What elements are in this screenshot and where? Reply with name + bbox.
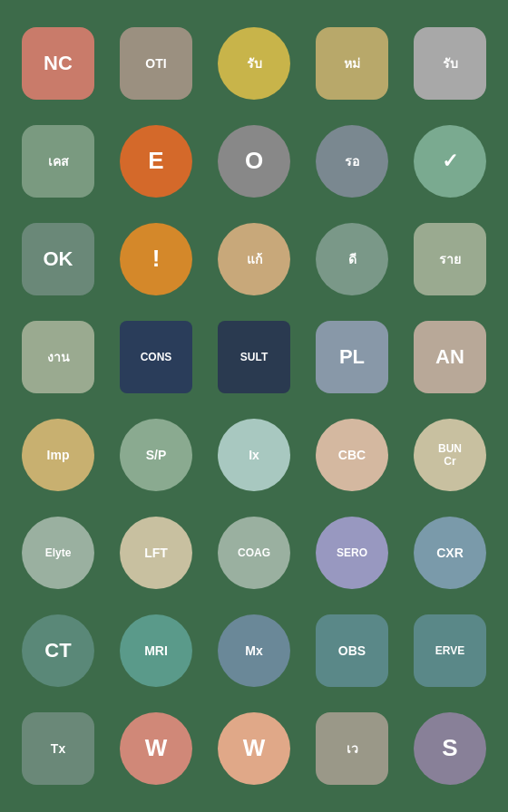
- badge-r7-c3[interactable]: เว: [316, 712, 388, 785]
- badge-r0-c0[interactable]: NC: [22, 27, 94, 100]
- badge-r2-c1[interactable]: !: [120, 223, 192, 295]
- badge-r2-c4[interactable]: ราย: [414, 223, 486, 295]
- badge-r5-c3[interactable]: SERO: [316, 517, 388, 589]
- badge-r7-c2[interactable]: W: [218, 712, 290, 785]
- badge-r1-c1[interactable]: E: [120, 125, 192, 198]
- badge-r6-c0[interactable]: CT: [22, 614, 94, 687]
- badge-r1-c3[interactable]: รอ: [316, 125, 388, 198]
- badge-r7-c0[interactable]: Tx: [22, 712, 94, 785]
- badge-r3-c2[interactable]: SULT: [218, 321, 290, 393]
- badge-r0-c3[interactable]: หม่: [316, 27, 388, 100]
- badge-r4-c2[interactable]: Ix: [218, 419, 290, 491]
- badge-r4-c1[interactable]: S/P: [120, 419, 192, 491]
- badge-r0-c4[interactable]: รับ: [414, 27, 486, 100]
- badge-r1-c0[interactable]: เคส: [22, 125, 94, 198]
- badge-r7-c1[interactable]: W: [120, 712, 192, 785]
- badge-r5-c2[interactable]: COAG: [218, 517, 290, 589]
- badge-r4-c0[interactable]: Imp: [22, 419, 94, 491]
- badge-r6-c1[interactable]: MRI: [120, 614, 192, 687]
- emoji-grid: NCOTIรับหม่รับเคสEOรอ✓OK!แก้ดีรายงานCONS…: [0, 4, 508, 808]
- badge-r1-c4[interactable]: ✓: [414, 125, 486, 198]
- badge-r0-c2[interactable]: รับ: [218, 27, 290, 100]
- badge-r0-c1[interactable]: OTI: [120, 27, 192, 100]
- badge-r2-c2[interactable]: แก้: [218, 223, 290, 295]
- badge-r6-c2[interactable]: Mx: [218, 614, 290, 687]
- badge-r4-c4[interactable]: BUN Cr: [414, 419, 486, 491]
- badge-r2-c3[interactable]: ดี: [316, 223, 388, 295]
- badge-r3-c3[interactable]: PL: [316, 321, 388, 393]
- badge-r5-c0[interactable]: Elyte: [22, 517, 94, 589]
- badge-r3-c4[interactable]: AN: [414, 321, 486, 393]
- badge-r7-c4[interactable]: S: [414, 712, 486, 785]
- badge-r5-c4[interactable]: CXR: [414, 517, 486, 589]
- badge-r3-c0[interactable]: งาน: [22, 321, 94, 393]
- badge-r1-c2[interactable]: O: [218, 125, 290, 198]
- badge-r6-c3[interactable]: OBS: [316, 614, 388, 687]
- badge-r2-c0[interactable]: OK: [22, 223, 94, 295]
- badge-r3-c1[interactable]: CONS: [120, 321, 192, 393]
- badge-r6-c4[interactable]: ERVE: [414, 614, 486, 687]
- badge-r5-c1[interactable]: LFT: [120, 517, 192, 589]
- badge-r4-c3[interactable]: CBC: [316, 419, 388, 491]
